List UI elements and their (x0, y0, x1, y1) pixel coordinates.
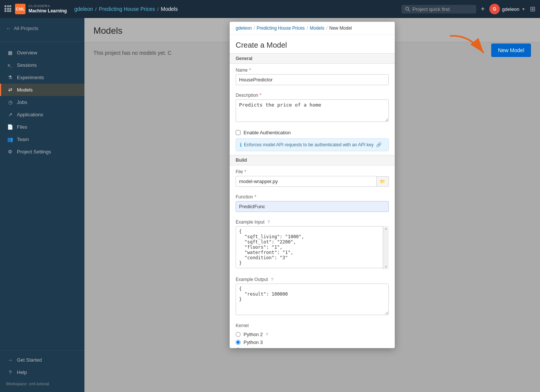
jobs-icon: ◷ (7, 99, 13, 105)
kernel-group: Kernel Python 2 ? Python 3 R (230, 320, 395, 348)
function-required: * (254, 194, 256, 200)
form-group-function: Function * (230, 191, 395, 216)
auth-info-link[interactable]: 🔗 (376, 142, 382, 147)
sidebar-item-get-started[interactable]: → Get Started (0, 354, 84, 366)
sidebar-bottom: → Get Started ? Help Workspace: cml-tuto… (0, 350, 84, 392)
experiments-icon: ⚗ (7, 75, 13, 80)
name-required: * (249, 68, 251, 73)
content-area: Models This project has no models yet. C… (84, 18, 540, 392)
sidebar-nav: ▦ Overview ≥_ Sessions ⚗ Experiments ⇄ M… (0, 45, 84, 350)
avatar: G (489, 4, 500, 14)
logo: CML CLOUDERA Machine Learning (15, 4, 67, 14)
new-model-button[interactable]: New Model (491, 44, 531, 57)
svg-rect-0 (5, 5, 6, 7)
sidebar-item-team[interactable]: 👥 Team (0, 133, 84, 146)
modal-bc-sep2: / (307, 26, 308, 31)
breadcrumb-project[interactable]: Predicting House Prices (99, 6, 155, 12)
section-build: Build (230, 155, 395, 165)
description-required: * (260, 93, 262, 98)
sidebar-item-sessions[interactable]: ≥_ Sessions (0, 59, 84, 71)
svg-rect-2 (9, 5, 11, 7)
search-box[interactable] (402, 5, 476, 14)
kernel-python2-label[interactable]: Python 2 (244, 332, 263, 337)
team-icon: 👥 (7, 137, 13, 142)
modal-breadcrumb-current: New Model (329, 26, 352, 31)
modal-breadcrumb-project[interactable]: Predicting House Prices (257, 26, 305, 31)
svg-rect-7 (7, 10, 9, 12)
sidebar-item-files[interactable]: 📄 Files (0, 121, 84, 133)
description-input[interactable] (236, 99, 389, 122)
sidebar-item-files-label: Files (17, 124, 27, 130)
sessions-icon: ≥_ (7, 63, 13, 68)
kernel-r-label[interactable]: R (244, 347, 247, 348)
name-input[interactable] (236, 74, 389, 85)
sidebar-item-experiments[interactable]: ⚗ Experiments (0, 71, 84, 84)
svg-point-9 (406, 7, 409, 10)
sidebar-divider (0, 42, 84, 42)
modal-bc-sep3: / (326, 26, 327, 31)
svg-rect-1 (7, 5, 9, 7)
description-label: Description * (236, 93, 389, 98)
breadcrumb: gdeleon / Predicting House Prices / Mode… (74, 6, 402, 12)
sidebar-item-jobs[interactable]: ◷ Jobs (0, 96, 84, 108)
all-projects-label: All Projects (14, 26, 38, 31)
function-label: Function * (236, 194, 389, 200)
main-layout: ← All Projects ▦ Overview ≥_ Sessions ⚗ … (0, 18, 540, 392)
modal-bc-sep1: / (254, 26, 255, 31)
svg-rect-8 (9, 10, 11, 12)
sidebar-item-project-settings[interactable]: ⚙ Project Settings (0, 146, 84, 158)
sidebar-item-models[interactable]: ⇄ Models (0, 84, 84, 96)
modal-overlay: gdeleon / Predicting House Prices / Mode… (84, 18, 540, 392)
example-output-label: Example Output ? (236, 277, 389, 282)
example-input-help-icon[interactable]: ? (268, 220, 270, 224)
kernel-python3-label[interactable]: Python 3 (244, 339, 263, 345)
file-browse-button[interactable]: 📁 (377, 176, 389, 187)
modal-breadcrumb-models[interactable]: Models (310, 26, 324, 31)
kernel-python3-radio[interactable] (236, 340, 241, 345)
auth-info-text: Enforces model API requests to be authen… (244, 142, 374, 147)
breadcrumb-user[interactable]: gdeleon (74, 6, 93, 12)
grid-icon[interactable] (5, 5, 11, 13)
enable-auth-checkbox[interactable] (236, 130, 241, 135)
breadcrumb-sep-2: / (157, 6, 159, 12)
example-output-textarea[interactable]: { "result": 100000 } (236, 284, 389, 315)
sidebar-item-overview-label: Overview (17, 50, 37, 56)
kernel-label: Kernel (236, 323, 389, 328)
get-started-icon: → (7, 357, 13, 363)
all-projects-link[interactable]: ← All Projects (6, 23, 78, 33)
get-started-label: Get Started (17, 357, 42, 363)
applications-icon: ↗ (7, 112, 13, 117)
files-icon: 📄 (7, 124, 13, 130)
brand-top: CLOUDERA (29, 4, 67, 8)
help-label: Help (17, 369, 27, 375)
search-input[interactable] (412, 6, 472, 12)
sidebar-item-overview[interactable]: ▦ Overview (0, 47, 84, 59)
user-menu[interactable]: G gdeleon ▼ (489, 4, 525, 14)
models-icon: ⇄ (7, 87, 13, 93)
overview-icon: ▦ (7, 50, 13, 56)
auth-checkbox-row: Enable Authentication (230, 127, 395, 138)
python2-help-icon[interactable]: ? (266, 332, 268, 337)
kernel-python2-radio[interactable] (236, 332, 241, 337)
plus-button[interactable]: + (481, 5, 485, 13)
function-input[interactable] (236, 201, 389, 212)
modal-breadcrumb-user[interactable]: gdeleon (236, 26, 252, 31)
workspace-name: cml-tutorial (29, 381, 49, 386)
form-group-example-output: Example Output ? { "result": 100000 } (230, 273, 395, 320)
arrow-left-icon: ← (6, 26, 11, 31)
kernel-python2-row: Python 2 ? (236, 330, 389, 338)
example-input-textarea[interactable]: { "sqft_living": "1000", "sqft_lot": "22… (236, 226, 389, 268)
kernel-r-radio[interactable] (236, 348, 241, 348)
brand: CLOUDERA Machine Learning (29, 4, 67, 14)
file-input[interactable] (236, 176, 377, 187)
sidebar-item-applications[interactable]: ↗ Applications (0, 108, 84, 121)
section-general: General (230, 53, 395, 64)
logo-box: CML (15, 4, 26, 14)
enable-auth-label[interactable]: Enable Authentication (244, 130, 291, 135)
sidebar-top: ← All Projects (0, 18, 84, 39)
file-required: * (244, 169, 246, 174)
example-output-help-icon[interactable]: ? (271, 277, 273, 282)
grid-right-icon[interactable]: ⊞ (530, 5, 535, 13)
sidebar-item-help[interactable]: ? Help (0, 366, 84, 378)
kernel-python3-row: Python 3 (236, 338, 389, 346)
